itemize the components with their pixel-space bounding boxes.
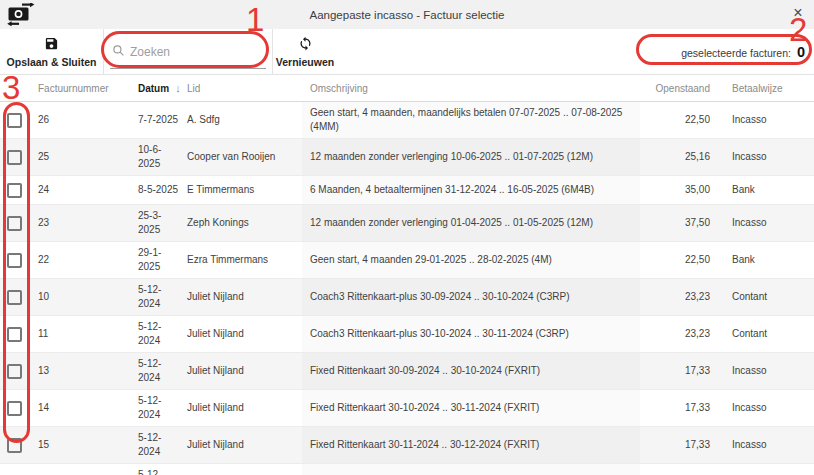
cell-factuurnummer: 11: [30, 316, 130, 352]
cell-omschrijving: Coach3 Rittenkaart-plus 30-10-2024 .. 30…: [302, 316, 640, 352]
invoice-row[interactable]: 26 7-7-2025 A. Sdfg Geen start, 4 maande…: [0, 102, 814, 139]
cell-omschrijving: 6 Maanden, 4 betaaltermijnen 31-12-2024 …: [302, 176, 640, 204]
selected-invoices-count: 0: [797, 44, 805, 60]
row-checkbox[interactable]: [7, 438, 22, 453]
row-checkbox-cell: [0, 176, 30, 204]
cell-betaalwijze: Incasso: [712, 205, 804, 241]
cell-lid: Juliet Nijland: [179, 279, 302, 315]
row-checkbox-cell: [0, 279, 30, 315]
cell-lid: Juliet Nijland: [179, 316, 302, 352]
cell-datum: 5-12-2024: [130, 464, 179, 475]
invoice-row[interactable]: 16 5-12-2024 Juliet Nijland Coach3 weekk…: [0, 464, 814, 475]
row-checkbox[interactable]: [7, 401, 22, 416]
cell-lid: A. Sdfg: [179, 102, 302, 138]
cell-openstaand: 23,23: [640, 279, 712, 315]
column-header-lid[interactable]: Lid: [179, 83, 302, 94]
cell-openstaand: 20,25: [640, 464, 712, 475]
cell-factuurnummer: 13: [30, 353, 130, 389]
column-header-openstaand[interactable]: Openstaand: [640, 83, 712, 94]
toolbar-spacer: [337, 29, 681, 74]
column-header-betaalwijze[interactable]: Betaalwijze: [712, 83, 804, 94]
cell-factuurnummer: 23: [30, 205, 130, 241]
selected-invoices-label: geselecteerde facturen:: [681, 47, 791, 59]
invoice-row[interactable]: 25 10-6-2025 Cooper van Rooijen 12 maand…: [0, 139, 814, 176]
row-checkbox[interactable]: [7, 327, 22, 342]
cell-openstaand: 23,23: [640, 316, 712, 352]
close-icon[interactable]: ×: [787, 2, 809, 24]
column-header-factuurnummer[interactable]: Factuurnummer: [30, 83, 130, 94]
row-checkbox[interactable]: [7, 150, 22, 165]
invoice-row[interactable]: 23 25-3-2025 Zeph Konings 12 maanden zon…: [0, 205, 814, 242]
row-checkbox-cell: [0, 427, 30, 463]
cell-omschrijving: 12 maanden zonder verlenging 10-06-2025 …: [302, 139, 640, 175]
cell-betaalwijze: Contant: [712, 316, 804, 352]
cell-betaalwijze: Incasso: [712, 102, 804, 138]
row-checkbox[interactable]: [7, 216, 22, 231]
refresh-button[interactable]: Vernieuwen: [273, 29, 337, 74]
cell-lid: Juliet Nijland: [179, 353, 302, 389]
row-checkbox[interactable]: [7, 113, 22, 128]
row-checkbox[interactable]: [7, 253, 22, 268]
row-checkbox[interactable]: [7, 290, 22, 305]
row-checkbox[interactable]: [7, 364, 22, 379]
row-checkbox-cell: [0, 316, 30, 352]
cell-openstaand: 22,50: [640, 102, 712, 138]
cell-datum: 7-7-2025: [130, 102, 179, 138]
toolbar: Opslaan & Sluiten Vernieuwen: [0, 29, 814, 75]
cell-omschrijving: 12 maanden zonder verlenging 01-04-2025 …: [302, 205, 640, 241]
cell-betaalwijze: Contant: [712, 279, 804, 315]
cell-datum: 5-12-2024: [130, 316, 179, 352]
cell-datum: 10-6-2025: [130, 139, 179, 175]
row-checkbox-cell: [0, 139, 30, 175]
cell-omschrijving: Fixed Rittenkaart 30-09-2024 .. 30-10-20…: [302, 353, 640, 389]
cell-datum: 5-12-2024: [130, 353, 179, 389]
cell-betaalwijze: Incasso: [712, 353, 804, 389]
cell-betaalwijze: Incasso: [712, 427, 804, 463]
cell-openstaand: 22,50: [640, 242, 712, 278]
search-section: [104, 29, 272, 74]
cell-openstaand: 17,33: [640, 390, 712, 426]
invoice-row[interactable]: 14 5-12-2024 Juliet Nijland Fixed Ritten…: [0, 390, 814, 427]
row-checkbox[interactable]: [7, 183, 22, 198]
cell-datum: 25-3-2025: [130, 205, 179, 241]
cell-openstaand: 17,33: [640, 353, 712, 389]
cell-datum: 5-12-2024: [130, 279, 179, 315]
invoice-row[interactable]: 10 5-12-2024 Juliet Nijland Coach3 Ritte…: [0, 279, 814, 316]
cell-datum: 5-12-2024: [130, 427, 179, 463]
save-close-button[interactable]: Opslaan & Sluiten: [0, 29, 103, 74]
cell-factuurnummer: 24: [30, 176, 130, 204]
invoice-row[interactable]: 13 5-12-2024 Juliet Nijland Fixed Ritten…: [0, 353, 814, 390]
invoice-row[interactable]: 11 5-12-2024 Juliet Nijland Coach3 Ritte…: [0, 316, 814, 353]
cell-openstaand: 35,00: [640, 176, 712, 204]
invoice-row[interactable]: 15 5-12-2024 Juliet Nijland Fixed Ritten…: [0, 427, 814, 464]
refresh-icon: [298, 36, 313, 53]
cell-omschrijving: Geen start, 4 maanden 29-01-2025 .. 28-0…: [302, 242, 640, 278]
search-input[interactable]: [130, 45, 250, 59]
cell-betaalwijze: Bank: [712, 242, 804, 278]
save-close-label: Opslaan & Sluiten: [7, 56, 97, 68]
column-header-datum[interactable]: Datum↓: [130, 82, 179, 94]
cell-openstaand: 25,16: [640, 139, 712, 175]
invoice-row[interactable]: 24 8-5-2025 E Timmermans 6 Maanden, 4 be…: [0, 176, 814, 205]
cell-betaalwijze: Bank: [712, 176, 804, 204]
cell-factuurnummer: 16: [30, 464, 130, 475]
titlebar: Aangepaste incasso - Factuur selectie ×: [0, 0, 814, 29]
cell-lid: Cooper van Rooijen: [179, 139, 302, 175]
cell-betaalwijze: Incasso: [712, 139, 804, 175]
dialog-title: Aangepaste incasso - Factuur selectie: [310, 9, 505, 21]
cell-factuurnummer: 26: [30, 102, 130, 138]
cell-factuurnummer: 14: [30, 390, 130, 426]
invoice-row[interactable]: 22 29-1-2025 Ezra Timmermans Geen start,…: [0, 242, 814, 279]
cell-betaalwijze: Incasso: [712, 390, 804, 426]
cell-lid: Juliet Nijland: [179, 464, 302, 475]
cell-datum: 8-5-2025: [130, 176, 179, 204]
row-checkbox-cell: [0, 353, 30, 389]
cell-omschrijving: Fixed Rittenkaart 30-10-2024 .. 30-11-20…: [302, 390, 640, 426]
cell-factuurnummer: 22: [30, 242, 130, 278]
search-icon: [112, 43, 125, 61]
cell-lid: Zeph Konings: [179, 205, 302, 241]
row-checkbox-cell: [0, 242, 30, 278]
grid-body: 26 7-7-2025 A. Sdfg Geen start, 4 maande…: [0, 102, 814, 475]
column-header-omschrijving[interactable]: Omschrijving: [302, 83, 640, 94]
row-checkbox-cell: [0, 205, 30, 241]
